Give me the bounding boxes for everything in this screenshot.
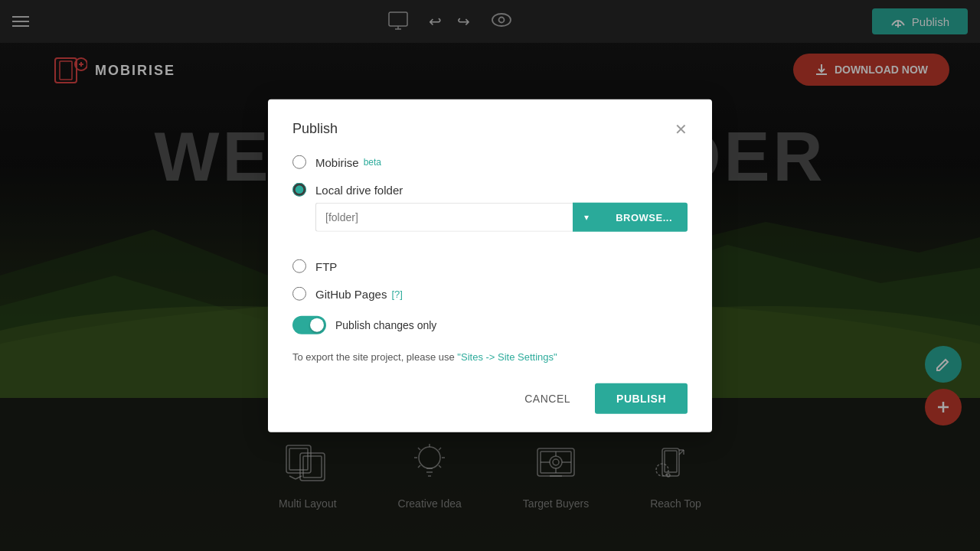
modal-close-button[interactable]: ✕ [675, 121, 688, 136]
cancel-button[interactable]: CANCEL [512, 384, 583, 412]
modal-title: Publish [292, 121, 338, 137]
option-local-group: Local drive folder ▾ BROWSE... [292, 183, 688, 246]
publish-modal: Publish ✕ Mobirise beta Local drive fold… [268, 99, 712, 432]
export-note: To export the site project, please use "… [292, 350, 688, 365]
option-ftp-row: FTP [292, 259, 688, 273]
modal-footer: CANCEL PUBLISH [292, 383, 688, 413]
beta-badge: beta [364, 157, 381, 168]
modal-header: Publish ✕ [292, 121, 688, 137]
option-mobirise-radio[interactable] [292, 155, 306, 169]
folder-dropdown-button[interactable]: ▾ [573, 203, 600, 232]
option-ftp-radio[interactable] [292, 259, 306, 273]
folder-input[interactable] [315, 203, 573, 232]
option-local-row: Local drive folder [292, 183, 688, 197]
toggle-label: Publish changes only [335, 319, 436, 331]
publish-modal-button[interactable]: PUBLISH [595, 383, 688, 413]
publish-options: Mobirise beta Local drive folder ▾ BROWS… [292, 155, 688, 301]
publish-changes-toggle[interactable] [292, 316, 326, 334]
folder-input-row: ▾ BROWSE... [315, 203, 688, 232]
option-mobirise-row: Mobirise beta [292, 155, 688, 169]
browse-button[interactable]: BROWSE... [600, 203, 688, 232]
option-ftp-label[interactable]: FTP [315, 259, 337, 272]
option-github-row: GitHub Pages [?] [292, 287, 688, 301]
option-github-label[interactable]: GitHub Pages [?] [315, 287, 403, 300]
option-local-radio[interactable] [292, 183, 306, 197]
option-mobirise-label[interactable]: Mobirise beta [315, 155, 381, 168]
option-local-label[interactable]: Local drive folder [315, 183, 403, 196]
option-github-radio[interactable] [292, 287, 306, 301]
github-help-link[interactable]: [?] [391, 288, 402, 299]
export-link[interactable]: "Sites -> Site Settings" [457, 351, 557, 363]
toggle-row: Publish changes only [292, 316, 688, 334]
